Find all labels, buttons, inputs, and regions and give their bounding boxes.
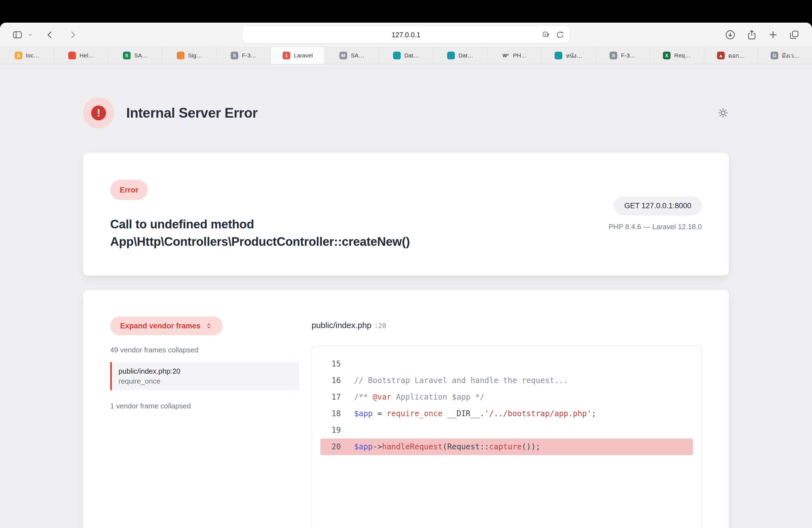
error-page-header: ! Internal Server Error xyxy=(83,98,729,128)
runtime-versions: PHP 8.4.6 — Laravel 12.18.0 xyxy=(608,223,702,231)
tab-favicon xyxy=(393,52,401,59)
translate-glyph-icon: A xyxy=(542,31,550,39)
tab-label: Req… xyxy=(674,52,691,59)
vendor-frames-collapsed-note: 49 vendor frames collapsed xyxy=(110,346,299,354)
tab-label: Sig… xyxy=(188,52,202,59)
tab[interactable]: ▲ดอก… xyxy=(704,47,758,64)
tab-label: loc… xyxy=(26,52,39,59)
tab[interactable]: SF-3… xyxy=(217,47,271,64)
tab-label: SA… xyxy=(351,52,364,59)
tab[interactable]: Hel… xyxy=(54,47,108,64)
code-line-content: // Bootstrap Laravel and handle the requ… xyxy=(354,372,568,389)
back-button[interactable] xyxy=(45,30,55,40)
tab-favicon: M xyxy=(339,52,347,59)
code-line-content: $app = require_once __DIR__.'/../bootstr… xyxy=(354,406,596,422)
tab-overview-icon xyxy=(789,29,800,40)
code-block[interactable]: 1516// Bootstrap Laravel and handle the … xyxy=(311,346,702,528)
chevron-left-icon xyxy=(45,30,55,40)
tab-label: หนัง… xyxy=(566,51,582,60)
expand-vendor-frames-button[interactable]: Expand vendor frames xyxy=(110,317,222,335)
tab[interactable]: Dat… xyxy=(433,47,488,64)
tab-label: Hel… xyxy=(79,52,94,59)
code-file-header: public/index.php:20 xyxy=(311,320,702,332)
tab-favicon: S xyxy=(231,52,238,59)
tab-label: Dat… xyxy=(404,52,419,59)
chevron-up-down-icon xyxy=(205,322,213,330)
sidebar-icon xyxy=(12,30,23,40)
code-line-number: 19 xyxy=(320,422,341,439)
downloads-button[interactable] xyxy=(725,29,736,40)
address-bar[interactable]: 127.0.0.1 A xyxy=(243,26,570,43)
code-line: 15 xyxy=(320,356,693,372)
tab[interactable]: Gมึงเว… xyxy=(758,47,812,64)
code-line: 18$app = require_once __DIR__.'/../boots… xyxy=(320,406,693,422)
tab[interactable]: Sig… xyxy=(162,47,217,64)
request-method-badge: GET 127.0.0.1:8000 xyxy=(614,196,702,216)
tab-favicon: X xyxy=(663,52,671,59)
forward-button[interactable] xyxy=(68,30,77,40)
tab-active[interactable]: 1Laravel xyxy=(271,47,325,64)
tab-favicon xyxy=(68,52,76,59)
code-line: 16// Bootstrap Laravel and handle the re… xyxy=(320,372,693,389)
tab[interactable]: Aloc… xyxy=(0,47,54,64)
code-line-number: 20 xyxy=(320,439,341,455)
code-line-content: $app->handleRequest(Request::capture()); xyxy=(354,439,540,455)
exclamation-icon: ! xyxy=(91,105,106,120)
tab-favicon: S xyxy=(123,52,131,59)
code-preview-column: public/index.php:20 1516// Bootstrap Lar… xyxy=(311,317,702,528)
exception-message: Call to undefined method App\Http\Contro… xyxy=(110,216,524,250)
tab-label: Laravel xyxy=(294,52,313,59)
stack-frames-column: Expand vendor frames 49 vendor frames co… xyxy=(110,317,299,410)
stack-frame-file: public/index.php:20 xyxy=(118,366,292,376)
tab-favicon: W³ xyxy=(502,52,510,59)
sun-icon xyxy=(717,107,729,119)
tab-label: SA… xyxy=(134,52,148,59)
tab[interactable]: W³PH… xyxy=(488,47,541,64)
tab-favicon xyxy=(447,52,455,59)
tab[interactable]: SSA… xyxy=(108,47,162,64)
error-type-badge: Error xyxy=(110,180,148,200)
tab-favicon: S xyxy=(610,52,617,59)
theme-toggle-button[interactable] xyxy=(717,107,729,119)
page-content: ! Internal Server Error Error Call to un… xyxy=(0,64,812,528)
chevron-down-icon xyxy=(28,32,33,38)
address-bar-url: 127.0.0.1 xyxy=(392,31,420,39)
share-button[interactable] xyxy=(746,29,757,40)
tab-favicon xyxy=(177,52,185,59)
tab-label: PH… xyxy=(513,52,527,59)
tab[interactable]: Dat… xyxy=(379,47,433,64)
page-title: Internal Server Error xyxy=(126,105,258,121)
download-icon xyxy=(725,29,736,40)
tab-overview-button[interactable] xyxy=(789,29,800,40)
svg-text:A: A xyxy=(545,33,547,36)
sidebar-chevron-button[interactable] xyxy=(28,32,33,38)
tab[interactable]: SF-3… xyxy=(596,47,650,64)
alert-circle-icon: ! xyxy=(83,98,114,128)
stack-trace-card: Expand vendor frames 49 vendor frames co… xyxy=(83,290,729,528)
code-line: 17/** @var Application $app */ xyxy=(320,389,693,406)
tab-favicon: G xyxy=(771,52,778,59)
tab[interactable]: หนัง… xyxy=(541,47,596,64)
tab[interactable]: XReq… xyxy=(650,47,704,64)
code-line-highlighted: 20$app->handleRequest(Request::capture()… xyxy=(320,439,693,455)
code-line-number: 16 xyxy=(320,372,341,389)
sidebar-toggle-button[interactable] xyxy=(12,30,23,40)
plus-icon xyxy=(768,30,778,40)
browser-toolbar: 127.0.0.1 A xyxy=(0,23,812,47)
tab-favicon: ▲ xyxy=(717,52,725,59)
new-tab-button[interactable] xyxy=(768,30,778,40)
reload-button[interactable] xyxy=(556,31,564,39)
code-line-number: 17 xyxy=(320,389,341,406)
stack-frame-item[interactable]: public/index.php:20 require_once xyxy=(110,362,299,390)
code-line: 19 xyxy=(320,422,693,439)
tab-label: ดอก… xyxy=(728,51,745,60)
tab-label: F-3… xyxy=(621,52,636,59)
tab-favicon: A xyxy=(15,52,23,59)
tab-label: Dat… xyxy=(459,52,474,59)
code-file-line-number: :20 xyxy=(374,322,386,330)
tab[interactable]: MSA… xyxy=(325,47,379,64)
translate-icon[interactable]: A xyxy=(542,31,550,39)
tab-bar: Aloc…Hel…SSA…Sig…SF-3…1LaravelMSA…Dat…Da… xyxy=(0,47,812,64)
tab-label: มึงเว… xyxy=(782,51,800,60)
menubar-strip xyxy=(0,0,812,23)
